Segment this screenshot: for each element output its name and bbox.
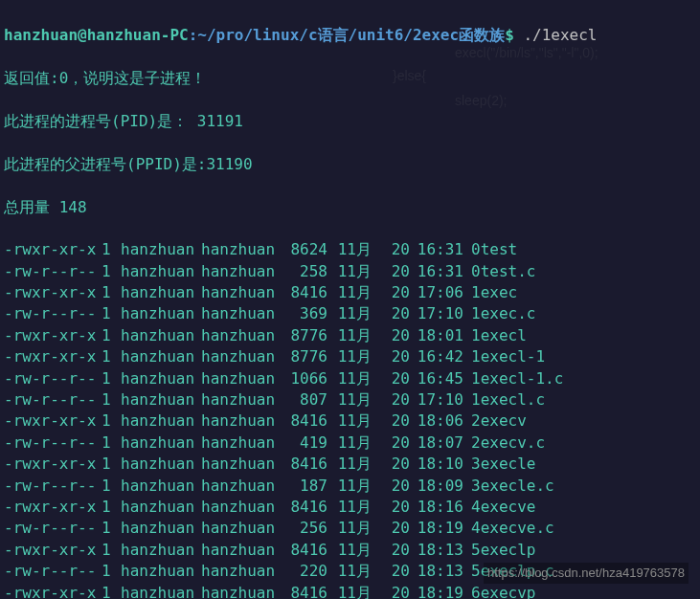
ls-month: 11月 [327, 561, 372, 582]
ls-size: 8776 [282, 325, 327, 346]
ls-links: 1 [102, 368, 121, 389]
ls-row: -rwxr-xr-x1hanzhuanhanzhuan841611月2018:1… [4, 497, 696, 518]
ls-owner: hanzhuan [121, 433, 201, 454]
ls-owner: hanzhuan [121, 476, 201, 497]
ls-time: 18:13 [410, 561, 463, 582]
ls-filename: 1execl-1.c [463, 368, 563, 389]
ls-size: 8416 [282, 583, 327, 599]
terminal-output[interactable]: hanzhuan@hanzhuan-PC:~/pro/linux/c语言/uni… [4, 4, 696, 599]
prompt-user-host: hanzhuan@hanzhuan-PC [4, 26, 189, 44]
ls-filename: 1exec.c [463, 303, 535, 324]
ls-owner: hanzhuan [121, 282, 201, 303]
ls-perms: -rw-r--r-- [4, 518, 102, 539]
ls-row: -rwxr-xr-x1hanzhuanhanzhuan841611月2018:0… [4, 410, 696, 432]
ls-links: 1 [102, 239, 121, 260]
ls-group: hanzhuan [201, 561, 282, 582]
ls-day: 20 [372, 368, 410, 389]
ls-time: 18:01 [410, 325, 463, 346]
ls-filename: 2execv.c [463, 433, 545, 454]
ls-perms: -rw-r--r-- [4, 368, 102, 389]
ls-owner: hanzhuan [121, 497, 201, 518]
prompt-path: ~/pro/linux/c语言/unit6/2exec函数族 [197, 26, 505, 44]
ls-perms: -rwxr-xr-x [4, 410, 102, 432]
ls-day: 20 [372, 389, 410, 410]
ls-row: -rwxr-xr-x1hanzhuanhanzhuan877611月2018:0… [4, 325, 696, 346]
ls-time: 18:07 [410, 433, 463, 454]
ls-time: 16:42 [410, 346, 463, 367]
ls-perms: -rwxr-xr-x [4, 325, 102, 346]
ls-month: 11月 [327, 282, 372, 303]
ls-size: 258 [282, 261, 327, 282]
ls-day: 20 [372, 325, 410, 346]
ls-owner: hanzhuan [121, 454, 201, 475]
ls-owner: hanzhuan [121, 303, 201, 324]
ls-row: -rw-r--r--1hanzhuanhanzhuan25811月2016:31… [4, 261, 696, 282]
ls-month: 11月 [327, 303, 372, 324]
ls-links: 1 [102, 476, 121, 497]
ls-filename: 0test [463, 239, 517, 260]
ls-perms: -rw-r--r-- [4, 303, 102, 324]
ls-group: hanzhuan [201, 476, 282, 497]
ls-group: hanzhuan [201, 368, 282, 389]
ls-month: 11月 [327, 261, 372, 282]
ls-time: 17:10 [410, 303, 463, 324]
output-line: 总用量 148 [4, 197, 696, 218]
ls-size: 187 [282, 476, 327, 497]
ls-owner: hanzhuan [121, 346, 201, 367]
ls-time: 18:16 [410, 497, 463, 518]
ls-perms: -rw-r--r-- [4, 561, 102, 582]
prompt-colon: : [189, 26, 198, 44]
ls-day: 20 [372, 433, 410, 454]
ls-row: -rwxr-xr-x1hanzhuanhanzhuan841611月2018:1… [4, 540, 696, 561]
ls-links: 1 [102, 410, 121, 432]
ls-day: 20 [372, 282, 410, 303]
ls-links: 1 [102, 540, 121, 561]
ls-day: 20 [372, 261, 410, 282]
ls-month: 11月 [327, 583, 372, 599]
ls-time: 16:31 [410, 261, 463, 282]
ls-month: 11月 [327, 476, 372, 497]
ls-owner: hanzhuan [121, 518, 201, 539]
prompt-line: hanzhuan@hanzhuan-PC:~/pro/linux/c语言/uni… [4, 25, 696, 46]
ls-size: 8776 [282, 346, 327, 367]
ls-links: 1 [102, 497, 121, 518]
ls-filename: 1execl-1 [463, 346, 545, 367]
ls-time: 17:06 [410, 282, 463, 303]
ls-day: 20 [372, 561, 410, 582]
ls-month: 11月 [327, 325, 372, 346]
ls-time: 17:10 [410, 389, 463, 410]
ls-filename: 5execlp [463, 540, 535, 561]
ls-day: 20 [372, 476, 410, 497]
ls-group: hanzhuan [201, 325, 282, 346]
ls-time: 18:13 [410, 540, 463, 561]
prompt-command: ./1execl [514, 26, 598, 44]
ls-month: 11月 [327, 239, 372, 260]
ls-filename: 0test.c [463, 261, 535, 282]
ls-row: -rwxr-xr-x1hanzhuanhanzhuan841611月2018:1… [4, 454, 696, 475]
ls-links: 1 [102, 518, 121, 539]
ls-group: hanzhuan [201, 497, 282, 518]
ls-day: 20 [372, 346, 410, 367]
ls-group: hanzhuan [201, 282, 282, 303]
ls-size: 256 [282, 518, 327, 539]
output-line: 此进程的进程号(PID)是： 31191 [4, 111, 696, 132]
ls-perms: -rwxr-xr-x [4, 583, 102, 599]
ls-filename: 1exec [463, 282, 517, 303]
ls-group: hanzhuan [201, 410, 282, 432]
ls-listing: -rwxr-xr-x1hanzhuanhanzhuan862411月2016:3… [4, 239, 696, 599]
ls-month: 11月 [327, 410, 372, 432]
ls-size: 8416 [282, 282, 327, 303]
ls-size: 8416 [282, 540, 327, 561]
ls-row: -rwxr-xr-x1hanzhuanhanzhuan877611月2016:4… [4, 346, 696, 367]
ls-time: 16:45 [410, 368, 463, 389]
ls-links: 1 [102, 433, 121, 454]
ls-time: 18:19 [410, 518, 463, 539]
ls-day: 20 [372, 518, 410, 539]
ls-filename: 3execle.c [463, 476, 554, 497]
ls-perms: -rwxr-xr-x [4, 497, 102, 518]
ls-links: 1 [102, 561, 121, 582]
ls-filename: 1execl.c [463, 389, 545, 410]
ls-month: 11月 [327, 454, 372, 475]
ls-perms: -rw-r--r-- [4, 476, 102, 497]
ls-group: hanzhuan [201, 433, 282, 454]
